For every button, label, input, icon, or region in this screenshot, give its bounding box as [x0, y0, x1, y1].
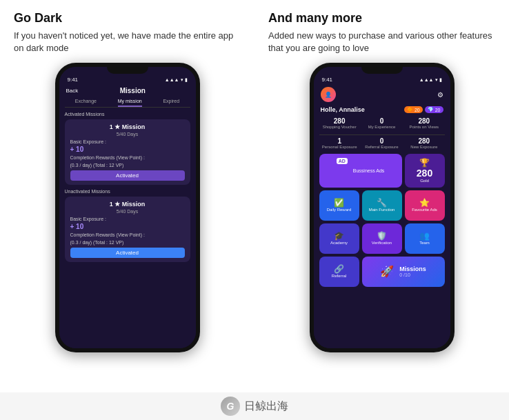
- mission-tabs: Exchange My mission Expired: [65, 99, 190, 108]
- card2-exposure-label: Basic Exposure :: [70, 217, 185, 221]
- stat-personal-label: Personal Exposure: [319, 145, 360, 150]
- stat-shopping-label: Shopping Voucher: [319, 125, 360, 130]
- card2-title: 1 ★ Mission: [70, 201, 185, 208]
- tab-exchange[interactable]: Exchange: [75, 99, 97, 107]
- right-phone: 9:41 ▲▲▲ ▾ ▮ 👤 ⚙ Holle, Annalis: [310, 63, 455, 352]
- tile-referral[interactable]: 🔗 Referral: [319, 257, 359, 287]
- tab-my-mission[interactable]: My mission: [118, 99, 142, 107]
- tile-daily-reward[interactable]: ✅ Daily Reward: [319, 190, 359, 221]
- status-time-left: 9:41: [68, 77, 79, 83]
- watermark-text: 日鲸出海: [244, 399, 288, 414]
- activated-section-label: Activated Missions: [65, 112, 190, 117]
- badge-orange-value: 20: [415, 108, 420, 112]
- card1-reward-value: (0.3 / day) (Total : 12 VP): [70, 163, 185, 168]
- mission-title: Mission: [120, 87, 146, 94]
- card1-reward-label: Completion Rewards (View Point) :: [70, 155, 185, 160]
- gold-label: Gold: [420, 179, 429, 183]
- wifi-icon-r: ▾: [435, 77, 438, 83]
- stat-experience-label: My Experience: [361, 125, 402, 130]
- wifi-icon: ▾: [181, 77, 183, 83]
- missions-label: Missions: [399, 266, 426, 272]
- mission-card-2: 1 ★ Mission 5/40 Days Basic Exposure : +…: [65, 197, 190, 262]
- tile-business-ads[interactable]: AD Bussiness Ads: [319, 154, 402, 188]
- stat-points: 280 Points on Views: [403, 117, 444, 130]
- ad-badge: AD: [337, 158, 348, 164]
- card1-points: + 10: [70, 146, 185, 153]
- dash-header: 👤 ⚙: [319, 87, 445, 102]
- stat-referral-num: 0: [361, 137, 402, 145]
- stats-grid-1: 280 Shopping Voucher 0 My Experience 280…: [319, 117, 445, 130]
- card2-reward-value: (0.3 / day) (Total : 12 VP): [70, 240, 185, 245]
- stat-points-label: Points on Views: [403, 125, 444, 130]
- stat-referral: 0 Referral Exposure: [361, 137, 402, 150]
- mission-card-1: 1 ★ Mission 5/40 Days Basic Exposure : +…: [65, 119, 190, 185]
- stat-new-exposure-num: 280: [403, 137, 444, 145]
- main-function-label: Main Function: [369, 208, 395, 212]
- favourite-ads-icon: ⭐: [419, 198, 430, 208]
- stat-referral-label: Referral Exposure: [361, 145, 402, 150]
- card1-sub: 5/40 Days: [70, 132, 185, 137]
- daily-reward-icon: ✅: [334, 198, 344, 208]
- tile-gold[interactable]: 🏆 280 Gold: [405, 154, 445, 188]
- academy-label: Academy: [330, 241, 348, 246]
- badge-purple-icon: 💎: [428, 107, 434, 112]
- tile-team[interactable]: 👥 Team: [405, 223, 445, 254]
- card1-activate-btn[interactable]: Activated: [70, 170, 185, 181]
- tile-missions[interactable]: 🚀 Missions 0 /10: [362, 257, 445, 287]
- watermark: G 日鲸出海: [221, 397, 288, 416]
- card2-points: + 10: [70, 223, 185, 230]
- phone-notch: [107, 67, 148, 74]
- signal-icon: ▲▲▲: [165, 77, 179, 82]
- daily-reward-label: Daily Reward: [327, 208, 352, 212]
- badge-purple: 💎 20: [425, 106, 443, 113]
- phone-notch-right: [361, 67, 403, 74]
- stat-shopping: 280 Shopping Voucher: [319, 117, 360, 130]
- mission-header: Back Mission .: [65, 87, 190, 94]
- favourite-ads-label: Favourite Ads: [412, 208, 437, 212]
- back-button[interactable]: Back: [66, 88, 79, 94]
- gold-icon: 🏆: [419, 158, 430, 168]
- referral-label: Referral: [332, 274, 346, 279]
- verification-icon: 🛡️: [377, 231, 387, 241]
- badge-orange-icon: 🔶: [407, 107, 413, 112]
- stat-personal-num: 1: [319, 137, 360, 145]
- status-bar-left: 9:41 ▲▲▲ ▾ ▮: [65, 77, 190, 83]
- academy-icon: 🎓: [334, 231, 344, 241]
- tile-business-ads-label: Bussiness Ads: [353, 168, 385, 173]
- unactivated-section-label: Unactivated Missions: [65, 189, 190, 194]
- card2-reward-label: Completion Rewards (View Point) :: [70, 232, 185, 237]
- tab-expired[interactable]: Expired: [163, 99, 179, 107]
- username: Holle, Annalise: [321, 106, 365, 113]
- card1-exposure-label: Basic Exposure :: [70, 139, 185, 144]
- app-grid: AD Bussiness Ads 🏆 280 Gold ✅ Daily Rewa…: [319, 154, 445, 287]
- team-icon: 👥: [419, 231, 430, 241]
- main-function-icon: 🔧: [377, 198, 387, 208]
- status-icons-right: ▲▲▲ ▾ ▮: [419, 77, 442, 83]
- referral-icon: 🔗: [334, 264, 344, 274]
- verification-label: Verification: [372, 241, 392, 246]
- stat-shopping-num: 280: [319, 117, 360, 125]
- stat-personal: 1 Personal Exposure: [319, 137, 360, 150]
- card1-title: 1 ★ Mission: [70, 123, 185, 130]
- settings-icon[interactable]: ⚙: [437, 91, 443, 99]
- tile-favourite-ads[interactable]: ⭐ Favourite Ads: [405, 190, 445, 221]
- left-title: Go Dark: [14, 11, 62, 26]
- right-panel: And many more Added new ways to purchase…: [254, 0, 509, 392]
- right-desc: Added new ways to purchase and various o…: [268, 30, 495, 54]
- avatar: 👤: [321, 87, 336, 102]
- stat-new-exposure: 280 New Exposure: [403, 137, 444, 150]
- left-desc: If you haven't noticed yet, we have made…: [14, 30, 241, 54]
- status-bar-right: 9:41 ▲▲▲ ▾ ▮: [319, 77, 445, 83]
- badge-orange: 🔶 20: [404, 106, 423, 113]
- tile-verification[interactable]: 🛡️ Verification: [362, 223, 402, 254]
- battery-icon-r: ▮: [439, 77, 442, 83]
- battery-icon: ▮: [185, 77, 188, 83]
- tile-main-function[interactable]: 🔧 Main Function: [362, 190, 402, 221]
- card2-activate-btn[interactable]: Activated: [70, 248, 185, 258]
- left-phone: 9:41 ▲▲▲ ▾ ▮ Back Mission . Exchange: [55, 63, 200, 352]
- user-row: Holle, Annalise 🔶 20 💎 20: [319, 106, 445, 113]
- bottom-bar: G 日鲸出海: [0, 392, 509, 420]
- badges: 🔶 20 💎 20: [404, 106, 443, 113]
- stat-experience-num: 0: [361, 117, 402, 125]
- tile-academy[interactable]: 🎓 Academy: [319, 223, 359, 254]
